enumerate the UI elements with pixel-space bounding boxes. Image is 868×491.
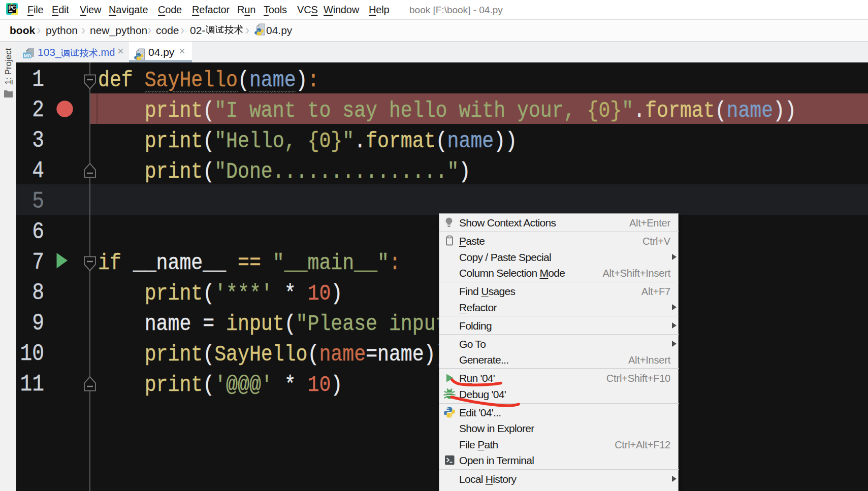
svg-text:PC: PC (9, 5, 16, 11)
